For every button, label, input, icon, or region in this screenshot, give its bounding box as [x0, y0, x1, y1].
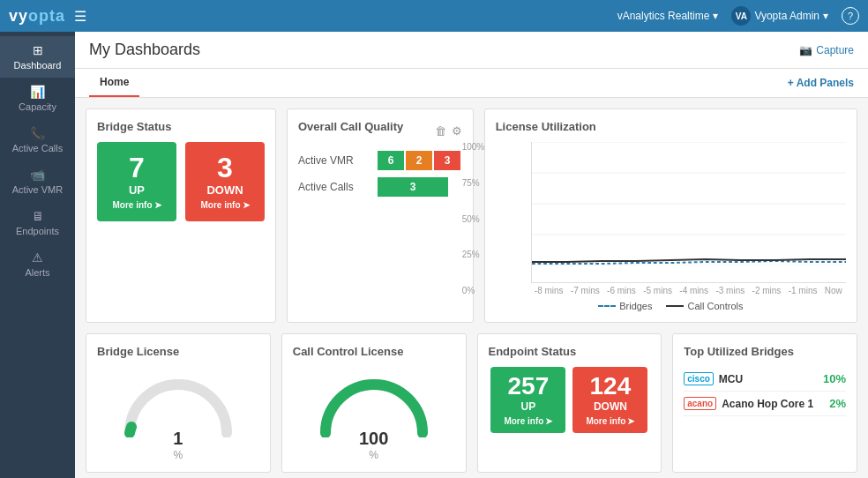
endpoint-down-card[interactable]: 124 DOWN More info ➤	[572, 367, 647, 433]
endpoint-up-more: More info ➤	[504, 416, 552, 426]
page-title: My Dashboards	[89, 41, 200, 59]
active-vmr-icon: 📹	[30, 168, 45, 182]
bridge-up-card[interactable]: 7 UP More info ➤	[97, 142, 176, 221]
capture-label: Capture	[816, 44, 854, 56]
sidebar-item-endpoints[interactable]: 🖥 Endpoints	[0, 202, 75, 243]
sidebar-item-capacity[interactable]: 📊 Capacity	[0, 78, 75, 119]
add-panels-button[interactable]: + Add Panels	[788, 77, 854, 89]
cisco-logo: cisco	[684, 372, 714, 385]
bridge-license-unit: %	[174, 449, 183, 461]
calls-bar-green: 3	[378, 177, 448, 197]
license-util-panel: License Utilization 100% 75% 50% 25% 0%	[484, 108, 857, 323]
chart-x-labels: -8 mins -7 mins -6 mins -5 mins -4 mins …	[531, 286, 846, 295]
bridge-down-more: More info ➤	[201, 200, 250, 210]
endpoint-up-count: 257	[508, 374, 550, 399]
bridge-license-panel: Bridge License 1 %	[86, 333, 271, 473]
endpoint-down-label: DOWN	[594, 400, 627, 413]
capacity-icon: 📊	[30, 85, 45, 99]
active-calls-icon: 📞	[30, 126, 45, 140]
help-icon[interactable]: ?	[842, 7, 859, 25]
legend-bridges: Bridges	[598, 301, 652, 311]
chart-area	[531, 142, 846, 283]
dashboard-icon: ⊞	[33, 43, 43, 57]
bridge-license-title: Bridge License	[97, 345, 259, 358]
camera-icon: 📷	[799, 44, 812, 56]
call-control-license-unit: %	[369, 449, 378, 461]
call-quality-title: Overall Call Quality	[298, 120, 403, 133]
vmr-quality-row: Active VMR 6 2 3	[298, 151, 462, 170]
calls-label: Active Calls	[298, 181, 369, 193]
call-quality-panel: Overall Call Quality 🗑 ⚙ Active VMR 6 2 …	[287, 108, 474, 323]
bridge-down-label: DOWN	[206, 183, 243, 197]
analytics-label: vAnalytics Realtime	[617, 10, 710, 22]
sidebar-label-capacity: Capacity	[19, 101, 56, 112]
logo-accent: opta	[28, 7, 65, 25]
main-header: My Dashboards 📷 Capture	[75, 32, 868, 69]
top-bridges-title: Top Utilized Bridges	[684, 345, 846, 358]
top-bridges-panel: Top Utilized Bridges cisco MCU 10% acano…	[672, 333, 857, 473]
sidebar-item-alerts[interactable]: ⚠ Alerts	[0, 243, 75, 285]
bottom-row: Bridge License 1 % Call Contro	[86, 333, 857, 473]
chart-legend: Bridges Call Controls	[496, 301, 846, 311]
acano-logo: acano	[684, 397, 716, 410]
tub-acano-info: acano Acano Hop Core 1	[684, 397, 813, 410]
arrow-circle-icon-down: ➤	[243, 200, 250, 210]
tabs-bar: Home + Add Panels	[75, 69, 868, 98]
tub-acano-pct: 2%	[829, 397, 846, 410]
line-chart	[532, 142, 846, 265]
bridge-gauge-svg	[116, 367, 240, 437]
vmr-bar-red: 3	[434, 151, 460, 170]
sidebar-label-dashboard: Dashboard	[14, 60, 62, 71]
endpoint-status-panel: Endpoint Status 257 UP More info ➤ 124	[477, 333, 662, 473]
tub-mcu-pct: 10%	[823, 372, 846, 385]
tub-row-mcu: cisco MCU 10%	[684, 367, 846, 392]
tub-mcu-info: cisco MCU	[684, 372, 743, 385]
vmr-bar-orange: 2	[406, 151, 432, 170]
endpoint-down-more: More info ➤	[586, 416, 634, 426]
vmr-bar-green: 6	[378, 151, 404, 170]
endpoint-up-label: UP	[521, 400, 536, 413]
admin-label: Vyopta Admin	[754, 10, 819, 22]
settings-icon[interactable]: ⚙	[452, 124, 462, 138]
vmr-label: Active VMR	[298, 154, 369, 167]
bridge-up-more: More info ➤	[113, 200, 161, 210]
capture-button[interactable]: 📷 Capture	[799, 44, 854, 56]
arrow-circle-icon: ➤	[154, 200, 161, 210]
sidebar-label-active-calls: Active Calls	[12, 143, 63, 153]
analytics-chevron-icon: ▾	[713, 10, 718, 22]
sidebar-label-active-vmr: Active VMR	[12, 184, 63, 195]
bridge-license-value: 1	[173, 429, 183, 449]
ep-arrow-icon-down: ➤	[627, 416, 634, 426]
trash-icon[interactable]: 🗑	[435, 124, 446, 138]
endpoint-status-title: Endpoint Status	[489, 345, 651, 358]
navbar-left: vyopta ☰	[9, 7, 86, 26]
bridge-up-label: UP	[129, 183, 145, 197]
endpoint-cards: 257 UP More info ➤ 124 DOWN More info	[489, 367, 651, 433]
call-control-gauge-svg	[312, 367, 436, 437]
ep-arrow-icon: ➤	[545, 416, 552, 426]
license-util-title: License Utilization	[496, 120, 846, 133]
panel-action-icons: 🗑 ⚙	[435, 124, 462, 138]
sidebar-item-active-vmr[interactable]: 📹 Active VMR	[0, 161, 75, 202]
sidebar-label-endpoints: Endpoints	[16, 226, 59, 236]
analytics-dropdown[interactable]: vAnalytics Realtime ▾	[617, 10, 719, 22]
call-controls-line-icon	[666, 305, 684, 307]
bridge-license-gauge: 1 %	[97, 367, 259, 461]
chart-y-labels: 100% 75% 50% 25% 0%	[462, 142, 485, 295]
bridge-status-title: Bridge Status	[97, 120, 265, 133]
sidebar-item-dashboard[interactable]: ⊞ Dashboard	[0, 36, 75, 78]
endpoint-up-card[interactable]: 257 UP More info ➤	[490, 367, 565, 433]
main-content: My Dashboards 📷 Capture Home + Add Panel…	[75, 32, 868, 478]
tab-home[interactable]: Home	[89, 69, 139, 97]
call-quality-header: Overall Call Quality 🗑 ⚙	[298, 120, 462, 142]
menu-icon[interactable]: ☰	[74, 8, 86, 25]
admin-dropdown[interactable]: VA Vyopta Admin ▾	[731, 6, 828, 26]
endpoint-down-count: 124	[590, 374, 632, 399]
call-control-license-value: 100	[359, 429, 388, 449]
bridge-status-cards: 7 UP More info ➤ 3 DOWN More info ➤	[97, 142, 265, 221]
bridge-down-card[interactable]: 3 DOWN More info ➤	[185, 142, 265, 221]
vmr-bars: 6 2 3	[378, 151, 460, 170]
sidebar-item-active-calls[interactable]: 📞 Active Calls	[0, 119, 75, 161]
admin-chevron-icon: ▾	[823, 10, 828, 22]
sidebar-label-alerts: Alerts	[25, 267, 49, 278]
